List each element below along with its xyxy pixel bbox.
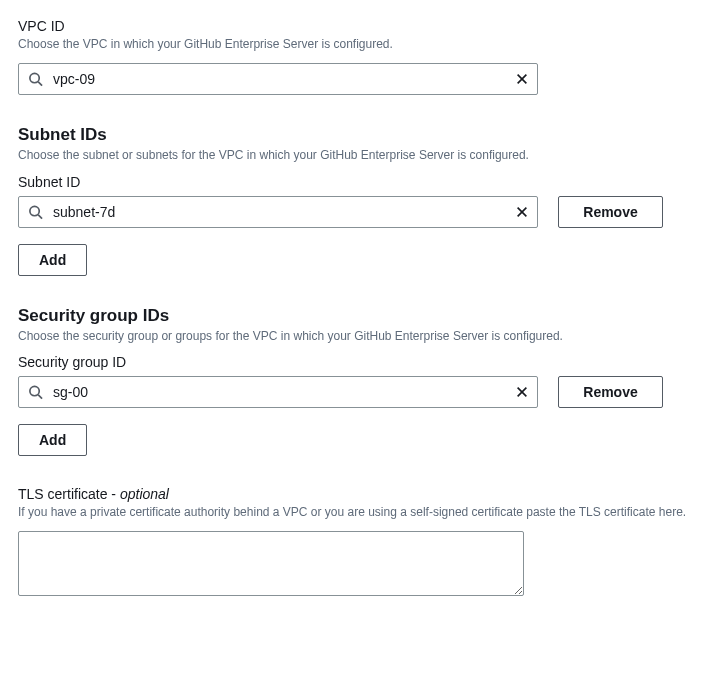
security-group-ids-hint: Choose the security group or groups for … xyxy=(18,328,703,345)
tls-certificate-section: TLS certificate - optional If you have a… xyxy=(18,486,703,600)
tls-optional-text: optional xyxy=(120,486,169,502)
subnet-id-label: Subnet ID xyxy=(18,174,703,190)
subnet-id-input-wrap xyxy=(18,196,538,228)
tls-certificate-hint: If you have a private certificate author… xyxy=(18,504,703,521)
close-icon[interactable] xyxy=(514,71,530,87)
vpc-id-input-wrap xyxy=(18,63,538,95)
security-group-id-label: Security group ID xyxy=(18,354,703,370)
security-group-id-input-wrap xyxy=(18,376,538,408)
subnet-ids-section: Subnet IDs Choose the subnet or subnets … xyxy=(18,125,703,276)
vpc-id-input[interactable] xyxy=(18,63,538,95)
vpc-id-label: VPC ID xyxy=(18,18,703,34)
subnet-ids-heading: Subnet IDs xyxy=(18,125,703,145)
subnet-id-input[interactable] xyxy=(18,196,538,228)
tls-certificate-label: TLS certificate - optional xyxy=(18,486,703,502)
add-subnet-button[interactable]: Add xyxy=(18,244,87,276)
security-group-ids-heading: Security group IDs xyxy=(18,306,703,326)
vpc-id-hint: Choose the VPC in which your GitHub Ente… xyxy=(18,36,703,53)
tls-certificate-textarea[interactable] xyxy=(18,531,524,596)
subnet-ids-hint: Choose the subnet or subnets for the VPC… xyxy=(18,147,703,164)
remove-security-group-button[interactable]: Remove xyxy=(558,376,663,408)
security-group-id-row: Remove xyxy=(18,376,703,408)
remove-subnet-button[interactable]: Remove xyxy=(558,196,663,228)
close-icon[interactable] xyxy=(514,204,530,220)
add-security-group-button[interactable]: Add xyxy=(18,424,87,456)
close-icon[interactable] xyxy=(514,384,530,400)
subnet-id-row: Remove xyxy=(18,196,703,228)
vpc-id-section: VPC ID Choose the VPC in which your GitH… xyxy=(18,18,703,95)
security-group-id-input[interactable] xyxy=(18,376,538,408)
tls-label-text: TLS certificate - xyxy=(18,486,120,502)
security-group-ids-section: Security group IDs Choose the security g… xyxy=(18,306,703,457)
